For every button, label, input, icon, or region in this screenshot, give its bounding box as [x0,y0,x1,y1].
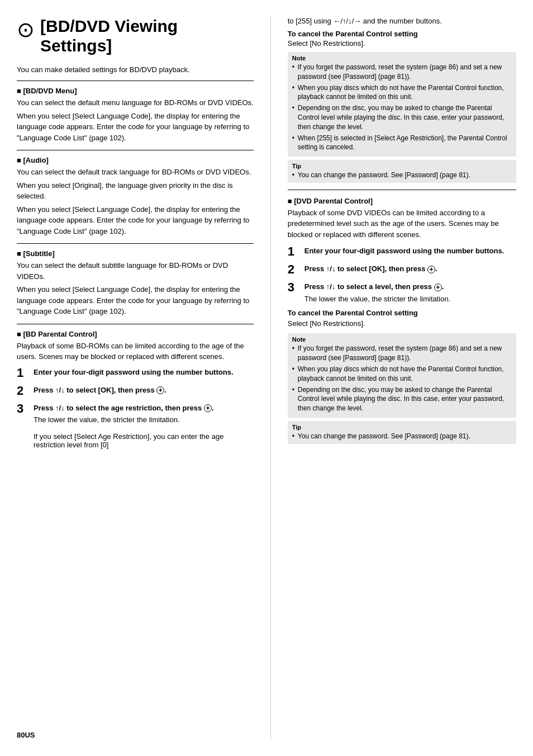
dvd-note-item-3: Depending on the disc, you may be asked … [292,385,512,413]
subtitle-p2: When you select [Select Language Code], … [17,284,254,317]
title-block: ⊙ [BD/DVD Viewing Settings] [17,17,254,55]
step-3: 3 Press ↑/↓ to select the age restrictio… [17,403,254,450]
to-cancel-text-top: Select [No Restrictions]. [288,39,516,48]
to-cancel-label-top: To cancel the Parental Control setting [288,30,516,38]
note-label-dvd: Note [292,336,512,343]
note-box-top: Note If you forget the password, reset t… [288,52,516,157]
dvd-step-2: 2 Press ↑/↓ to select [OK], then press +… [288,263,516,276]
continued-text: to [255] using ←/↑/↓/→ and the number bu… [288,17,516,25]
step-sub-3: The lower the value, the stricter the li… [34,415,254,449]
step-num-3: 3 [17,403,28,415]
dvd-step-3: 3 Press ↑/↓ to select a level, then pres… [288,281,516,303]
section-header-subtitle: [Subtitle] [17,249,254,258]
intro-text: You can make detailed settings for BD/DV… [17,65,254,74]
tip-item-dvd: You can change the password. See [Passwo… [292,432,512,441]
dvd-note-item-2: When you play discs which do not have th… [292,365,512,384]
tip-label-dvd: Tip [292,424,512,431]
section-header-dvd-parental: [DVD Parental Control] [288,197,516,205]
dvd-step-num-3: 3 [288,281,299,294]
step-text-2: Press ↑/↓ to select [OK], then press +. [34,386,166,394]
section-bd-dvd-menu: [BD/DVD Menu] You can select the default… [17,87,254,143]
circle-plus-icon-3: + [427,266,435,273]
dvd-step-text-3: Press ↑/↓ to select a level, then press … [304,282,444,291]
bd-dvd-menu-p1: You can select the default menu language… [17,97,254,108]
section-header-audio: [Audio] [17,156,254,164]
tip-item-top: You can change the password. See [Passwo… [292,171,512,180]
page-number: 80US [17,731,35,739]
step-text-3: Press ↑/↓ to select the age restriction,… [34,404,214,412]
left-column: ⊙ [BD/DVD Viewing Settings] You can make… [17,17,271,739]
dvd-step-num-2: 2 [288,263,299,276]
disc-icon: ⊙ [17,19,35,40]
tip-list-top: You can change the password. See [Passwo… [292,171,512,180]
step-num-1: 1 [17,367,28,379]
dvd-to-cancel-text: Select [No Restrictions]. [288,318,516,329]
tip-label-top: Tip [292,163,512,169]
bd-parental-steps: 1 Enter your four-digit password using t… [17,367,254,450]
audio-p3: When you select [Select Language Code], … [17,204,254,237]
note-item-2: When you play discs which do not have th… [292,83,512,102]
note-item-1: If you forget the password, reset the sy… [292,63,512,82]
audio-p1: You can select the default track languag… [17,167,254,178]
page-title: [BD/DVD Viewing Settings] [40,17,254,55]
dvd-parental-intro: Playback of some DVD VIDEOs can be limit… [288,207,516,240]
note-item-3: Depending on the disc, you may be asked … [292,103,512,131]
step-num-2: 2 [17,385,28,397]
dvd-step-1: 1 Enter your four-digit password using t… [288,245,516,258]
divider-3 [17,324,254,324]
circle-plus-icon: + [156,386,164,394]
divider-top [17,81,254,81]
note-label-top: Note [292,55,512,62]
step-2: 2 Press ↑/↓ to select [OK], then press +… [17,385,254,397]
section-header-bd-parental: [BD Parental Control] [17,330,254,338]
dvd-parental-steps: 1 Enter your four-digit password using t… [288,245,516,303]
tip-list-dvd: You can change the password. See [Passwo… [292,432,512,441]
note-list-top: If you forget the password, reset the sy… [292,63,512,152]
dvd-step-sub-3: The lower the value, the stricter the li… [304,295,451,303]
section-header-bd-dvd-menu: [BD/DVD Menu] [17,87,254,95]
section-audio: [Audio] You can select the default track… [17,156,254,237]
tip-box-top: Tip You can change the password. See [Pa… [288,160,516,183]
note-item-4: When [255] is selected in [Select Age Re… [292,134,512,153]
section-subtitle: [Subtitle] You can select the default su… [17,249,254,317]
audio-p2: When you select [Original], the language… [17,180,254,202]
step-text-1: Enter your four-digit password using the… [34,367,234,378]
divider-1 [17,150,254,150]
right-column: to [255] using ←/↑/↓/→ and the number bu… [271,17,516,739]
dvd-step-text-2: Press ↑/↓ to select [OK], then press +. [304,264,437,273]
note-list-dvd: If you forget the password, reset the sy… [292,344,512,413]
subtitle-p1: You can select the default subtitle lang… [17,260,254,282]
section-dvd-parental: [DVD Parental Control] Playback of some … [288,197,516,444]
circle-plus-icon-2: + [204,404,212,412]
bd-parental-intro: Playback of some BD-ROMs can be limited … [17,341,254,362]
bd-dvd-menu-p2: When you select [Select Language Code], … [17,111,254,144]
dvd-note-item-1: If you forget the password, reset the sy… [292,344,512,363]
section-bd-parental: [BD Parental Control] Playback of some B… [17,330,254,450]
note-box-dvd: Note If you forget the password, reset t… [288,333,516,418]
dvd-step-text-1: Enter your four-digit password using the… [304,245,505,257]
step-1: 1 Enter your four-digit password using t… [17,367,254,379]
dvd-step-num-1: 1 [288,245,299,258]
divider-right [288,190,516,190]
tip-box-dvd: Tip You can change the password. See [Pa… [288,421,516,444]
circle-plus-icon-4: + [434,284,442,291]
divider-2 [17,243,254,244]
dvd-to-cancel-label: To cancel the Parental Control setting [288,309,516,317]
